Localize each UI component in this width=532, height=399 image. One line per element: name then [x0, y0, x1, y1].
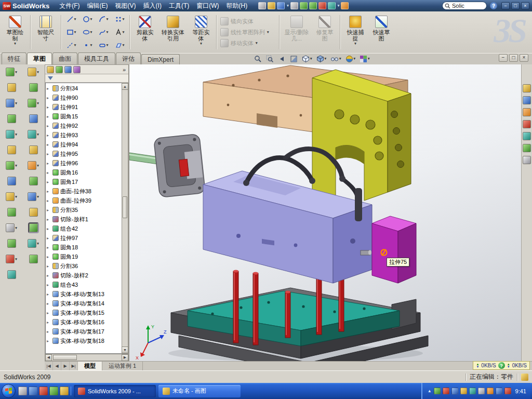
expand-icon[interactable]: ▸ [47, 152, 51, 156]
tab-sketch[interactable]: 草图 [27, 52, 52, 64]
tray-icon[interactable] [487, 388, 494, 394]
expand-icon[interactable]: ▸ [47, 198, 51, 203]
dropdown-icon[interactable]: ▾ [310, 57, 312, 61]
convert-entities-button[interactable]: 转换实体引用 [158, 13, 188, 51]
left-toolbar-button[interactable] [7, 208, 16, 217]
scroll-down-icon[interactable]: ▼ [122, 347, 128, 353]
left-toolbar-button[interactable] [7, 239, 16, 248]
centerline-tool-button[interactable]: ▾ [63, 39, 79, 51]
spline-tool-button[interactable]: ▾ [96, 26, 111, 38]
left-toolbar-button[interactable] [7, 177, 16, 185]
offset-dropdown-icon[interactable]: ▾ [200, 42, 202, 46]
expand-icon[interactable]: ▸ [47, 292, 51, 297]
taskbar-clock[interactable]: 9:41 [515, 388, 526, 394]
expand-icon[interactable]: ▸ [47, 320, 51, 325]
left-toolbar-button[interactable] [7, 270, 16, 279]
tree-item[interactable]: ▸组合43 [46, 280, 122, 289]
expand-icon[interactable]: ▸ [47, 217, 51, 222]
mirror-entities-button[interactable]: 镜向实体 [219, 17, 277, 26]
expand-icon[interactable]: ▸ [47, 255, 51, 259]
search-input[interactable] [452, 3, 484, 9]
help-icon[interactable]: ? [490, 2, 497, 9]
tree-item[interactable]: ▸拉伸96 [46, 158, 122, 168]
scrollbar-thumb[interactable] [53, 355, 77, 360]
tray-icon[interactable] [496, 388, 502, 394]
expand-icon[interactable]: ▸ [47, 264, 51, 269]
dropdown-icon[interactable]: ▾ [15, 164, 17, 168]
quick-snaps-button[interactable]: 快速捕捉 ▾ [342, 13, 368, 51]
left-toolbar-button[interactable]: ▾ [6, 99, 17, 108]
tree-item[interactable]: ▸分割36 [46, 261, 122, 271]
expand-icon[interactable]: ▸ [47, 311, 51, 315]
tree-item[interactable]: ▸切除-放样2 [46, 271, 122, 280]
tray-icon[interactable] [469, 388, 476, 394]
tree-item[interactable]: ▸拉伸94 [46, 140, 122, 149]
part-magenta-block[interactable] [372, 216, 416, 283]
slot-tool-button[interactable]: ▾ [96, 39, 111, 51]
circle-tool-button[interactable]: ▾ [79, 13, 95, 25]
dropdown-icon[interactable]: ▾ [90, 30, 92, 34]
taskbar-item-paint[interactable]: 未命名 - 画图 [158, 385, 241, 397]
tree-horizontal-scrollbar[interactable]: ◀ ▶ [45, 354, 128, 361]
trim-entities-button[interactable]: 剪裁实体 [132, 13, 158, 51]
left-toolbar-button[interactable] [29, 223, 38, 232]
expand-icon[interactable]: ▸ [47, 124, 51, 128]
dropdown-icon[interactable]: ▾ [37, 70, 39, 74]
dropdown-icon[interactable]: ▾ [37, 101, 39, 105]
tree-item[interactable]: ▸圆角17 [46, 177, 122, 187]
toolbox-icon[interactable] [341, 2, 349, 9]
first-tab-icon[interactable]: |◀ [45, 362, 53, 370]
expand-icon[interactable]: ▸ [47, 133, 51, 138]
tree-item[interactable]: ▸拉伸90 [46, 93, 122, 102]
menu-insert[interactable]: 插入(I) [140, 1, 165, 11]
dropdown-icon[interactable]: ▾ [37, 132, 39, 137]
dropdown-icon[interactable]: ▾ [90, 17, 92, 21]
tab-surfaces[interactable]: 曲面 [52, 52, 77, 64]
configuration-manager-icon[interactable] [64, 66, 72, 73]
zoom-fit-button[interactable] [252, 54, 263, 64]
line-tool-button[interactable]: ▾ [63, 13, 79, 25]
zoom-area-button[interactable] [264, 54, 275, 64]
part-gray-clamp[interactable] [154, 134, 205, 198]
tray-icon[interactable] [460, 388, 467, 394]
show-desktop-icon[interactable] [18, 387, 27, 395]
left-toolbar-button[interactable] [29, 114, 38, 123]
dropdown-icon[interactable]: ▾ [15, 226, 17, 230]
left-toolbar-button[interactable]: ▾ [6, 130, 17, 139]
design-library-icon[interactable] [523, 96, 531, 104]
left-toolbar-button[interactable]: ▾ [6, 255, 17, 263]
left-toolbar-button[interactable] [29, 208, 38, 217]
last-tab-icon[interactable]: ▶| [70, 362, 78, 370]
prev-tab-icon[interactable]: ◀ [53, 362, 61, 370]
dropdown-icon[interactable]: ▾ [90, 43, 92, 47]
custom-properties-icon[interactable] [523, 156, 531, 164]
next-tab-icon[interactable]: ▶ [61, 362, 70, 370]
left-toolbar-button[interactable] [7, 145, 16, 154]
tree-vertical-scrollbar[interactable]: ▲ ▼ [122, 83, 128, 354]
text-tool-button[interactable]: ▾ [112, 26, 127, 38]
feature-manager-tree-icon[interactable] [47, 66, 54, 73]
dimxpert-manager-icon[interactable] [73, 66, 81, 73]
expand-icon[interactable]: ▸ [47, 170, 51, 175]
expand-icon[interactable]: ▸ [47, 86, 51, 91]
sketch-button[interactable]: 草图绘制 ▾ [2, 13, 28, 51]
minimize-button[interactable]: − [501, 2, 510, 9]
left-toolbar-button[interactable] [29, 177, 38, 185]
left-toolbar-button[interactable] [7, 114, 16, 123]
taskbar-item-solidworks[interactable]: SolidWorks 2009 - ... [74, 385, 156, 397]
expand-icon[interactable]: ▸ [47, 161, 51, 166]
scroll-up-icon[interactable]: ▲ [122, 83, 128, 90]
expand-icon[interactable]: ▸ [47, 105, 51, 110]
solidworks-search-icon[interactable] [523, 120, 531, 128]
apply-scene-button[interactable]: ▾ [358, 54, 371, 64]
dropdown-icon[interactable]: ▾ [37, 164, 39, 168]
view-palette-icon[interactable] [523, 132, 531, 140]
menu-file[interactable]: 文件(F) [56, 1, 83, 11]
tree-item[interactable]: ▸圆角16 [46, 168, 122, 177]
dropdown-icon[interactable]: ▾ [123, 30, 125, 34]
tray-icon[interactable] [478, 388, 485, 394]
tab-mold-tools[interactable]: 模具工具 [78, 52, 115, 64]
tab-features[interactable]: 特征 [2, 52, 26, 64]
scroll-left-icon[interactable]: ◀ [45, 354, 52, 361]
dropdown-icon[interactable]: ▾ [74, 17, 76, 21]
